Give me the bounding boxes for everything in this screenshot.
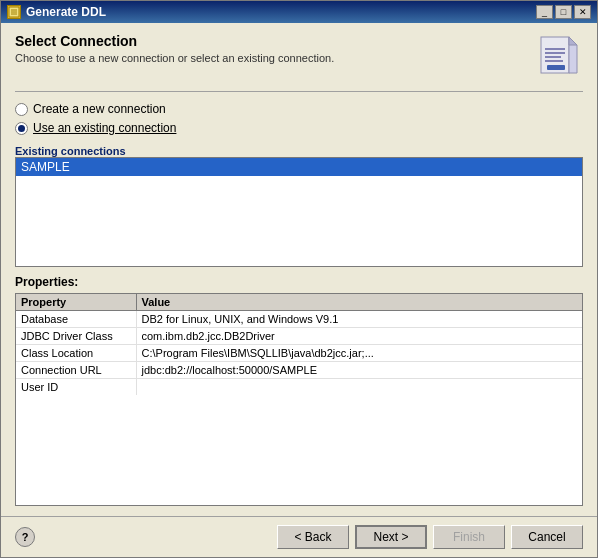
connection-item-sample[interactable]: SAMPLE: [16, 158, 582, 176]
radio-group: Create a new connection Use an existing …: [15, 102, 583, 135]
svg-rect-11: [547, 65, 565, 70]
radio-existing-label: Use an existing connection: [33, 121, 176, 135]
property-name: Class Location: [16, 345, 136, 362]
properties-section: Properties: Property Value DatabaseDB2 f…: [15, 275, 583, 506]
property-value: [136, 379, 582, 396]
header-area: Select Connection Choose to use a new co…: [15, 33, 583, 81]
next-button[interactable]: Next >: [355, 525, 427, 549]
property-value: C:\Program Files\IBM\SQLLIB\java\db2jcc.…: [136, 345, 582, 362]
table-row: DatabaseDB2 for Linux, UNIX, and Windows…: [16, 311, 582, 328]
table-row: Connection URLjdbc:db2://localhost:50000…: [16, 362, 582, 379]
footer-right: < Back Next > Finish Cancel: [277, 525, 583, 549]
table-row: JDBC Driver Classcom.ibm.db2.jcc.DB2Driv…: [16, 328, 582, 345]
table-row: Class LocationC:\Program Files\IBM\SQLLI…: [16, 345, 582, 362]
col-header-value: Value: [136, 294, 582, 311]
existing-connections-section: Existing connections SAMPLE: [15, 143, 583, 267]
back-button[interactable]: < Back: [277, 525, 349, 549]
property-value: DB2 for Linux, UNIX, and Windows V9.1: [136, 311, 582, 328]
table-row: User ID: [16, 379, 582, 396]
title-bar-text: Generate DDL: [26, 5, 531, 19]
window: Generate DDL _ □ ✕ Select Connection Cho…: [0, 0, 598, 558]
property-name: Database: [16, 311, 136, 328]
finish-button: Finish: [433, 525, 505, 549]
property-name: Connection URL: [16, 362, 136, 379]
header-text: Select Connection Choose to use a new co…: [15, 33, 535, 64]
property-value: jdbc:db2://localhost:50000/SAMPLE: [136, 362, 582, 379]
property-name: JDBC Driver Class: [16, 328, 136, 345]
properties-grid: Property Value DatabaseDB2 for Linux, UN…: [16, 294, 582, 395]
property-name: User ID: [16, 379, 136, 396]
footer-left: ?: [15, 527, 35, 547]
connections-listbox[interactable]: SAMPLE: [15, 157, 583, 267]
property-value: com.ibm.db2.jcc.DB2Driver: [136, 328, 582, 345]
maximize-button[interactable]: □: [555, 5, 572, 19]
header-icon: [535, 33, 583, 81]
radio-new-connection[interactable]: Create a new connection: [15, 102, 583, 116]
minimize-button[interactable]: _: [536, 5, 553, 19]
table-header-row: Property Value: [16, 294, 582, 311]
svg-marker-6: [569, 37, 577, 45]
title-bar: Generate DDL _ □ ✕: [1, 1, 597, 23]
header-divider: [15, 91, 583, 92]
cancel-button[interactable]: Cancel: [511, 525, 583, 549]
radio-new-label: Create a new connection: [33, 102, 166, 116]
page-title: Select Connection: [15, 33, 535, 49]
radio-existing-connection[interactable]: Use an existing connection: [15, 121, 583, 135]
radio-existing-input[interactable]: [15, 122, 28, 135]
properties-table: Property Value DatabaseDB2 for Linux, UN…: [15, 293, 583, 506]
properties-label: Properties:: [15, 275, 583, 289]
main-content: Select Connection Choose to use a new co…: [1, 23, 597, 516]
page-subtitle: Choose to use a new connection or select…: [15, 52, 535, 64]
window-icon: [7, 5, 21, 19]
close-button[interactable]: ✕: [574, 5, 591, 19]
existing-connections-label: Existing connections: [15, 145, 583, 157]
col-header-property: Property: [16, 294, 136, 311]
footer-area: ? < Back Next > Finish Cancel: [1, 516, 597, 557]
title-bar-controls: _ □ ✕: [536, 5, 591, 19]
help-button[interactable]: ?: [15, 527, 35, 547]
radio-new-input[interactable]: [15, 103, 28, 116]
